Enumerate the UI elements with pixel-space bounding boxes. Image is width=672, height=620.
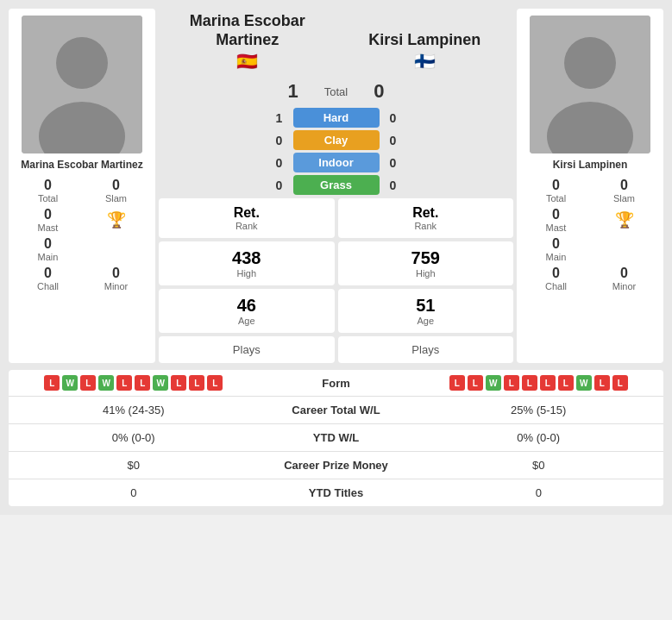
right-player-avatar [530,16,650,153]
left-plays-box: Plays [159,336,335,363]
indoor-button[interactable]: Indoor [293,153,380,172]
form-badge-l: L [449,375,465,391]
right-minor-stat: 0 Minor [592,266,656,291]
form-badge-w: W [153,375,168,391]
left-mast-stat: 0 Mast [16,207,80,233]
bottom-right-1: 0% (0-0) [423,431,656,444]
hard-row: 1 Hard 0 [159,108,513,128]
form-badge-l: L [116,375,132,391]
bottom-stats-rows: 41% (24-35) Career Total W/L 25% (5-15) … [9,397,663,506]
right-player-name: Kirsi Lampinen [553,159,628,171]
left-chall-stat: 0 Chall [16,266,80,291]
left-name-center: Marina Escobar Martinez 🇪🇸 [159,12,336,72]
left-player-card: Marina Escobar Martinez 0 Total 0 Slam 0… [9,9,155,363]
form-badge-l: L [468,375,483,391]
right-age-box: 51 Age [338,289,514,333]
right-main-stat: 0 Main [524,236,588,262]
bottom-label-3: YTD Titles [250,486,423,499]
left-center-stats: Ret. Rank 438 High 46 Age Plays [159,198,335,363]
trophy-icon-left: 🏆 [84,207,148,233]
left-main-stat: 0 Main [16,236,80,262]
left-ret-box: Ret. Rank [159,198,335,238]
score-label: Total [324,85,348,98]
form-badge-l: L [80,375,96,391]
bottom-stat-row-1: 0% (0-0) YTD W/L 0% (0-0) [9,424,663,452]
right-form-badges: LLWLLLLWLL [423,375,656,391]
right-player-stats: 0 Total 0 Slam 0 Mast 🏆 0 Main [524,178,656,291]
bottom-label-0: Career Total W/L [250,404,423,416]
bottom-stat-row-0: 41% (24-35) Career Total W/L 25% (5-15) [9,397,663,424]
bottom-right-0: 25% (5-15) [423,404,656,416]
right-player-card: Kirsi Lampinen 0 Total 0 Slam 0 Mast 🏆 [517,9,663,363]
form-badge-w: W [486,375,501,391]
form-badge-l: L [189,375,204,391]
form-label: Form [250,377,423,390]
top-section: Marina Escobar Martinez 0 Total 0 Slam 0… [9,9,663,363]
hard-button[interactable]: Hard [293,108,380,128]
left-player-name: Marina Escobar Martinez [21,159,142,171]
form-badge-w: W [62,375,78,391]
left-high-box: 438 High [159,241,335,285]
right-ret-box: Ret. Rank [338,198,514,238]
bottom-stat-row-3: 0 YTD Titles 0 [9,479,663,506]
right-center-stats: Ret. Rank 759 High 51 Age Plays [338,198,514,363]
right-chall-stat: 0 Chall [524,266,588,291]
svg-point-4 [564,37,616,89]
left-score: 1 [288,80,298,103]
form-badge-l: L [135,375,150,391]
bottom-left-0: 41% (24-35) [17,404,250,416]
bottom-right-2: $0 [423,459,656,472]
trophy-icon-right: 🏆 [592,207,656,233]
form-badge-l: L [504,375,519,391]
left-player-stats: 0 Total 0 Slam 0 Mast 🏆 0 Main [16,178,148,291]
form-badge-l: L [594,375,610,391]
right-mast-stat: 0 Mast [524,207,588,233]
form-badge-l: L [612,375,628,391]
center-stats-row: Ret. Rank 438 High 46 Age Plays [159,198,513,363]
left-form-badges: LWLWLLWLLL [17,375,250,391]
right-total-stat: 0 Total [524,178,588,204]
main-container: Marina Escobar Martinez 0 Total 0 Slam 0… [0,0,672,515]
svg-point-1 [56,37,108,89]
right-slam-stat: 0 Slam [592,178,656,204]
left-total-stat: 0 Total [16,178,80,204]
grass-button[interactable]: Grass [293,175,380,195]
form-badge-l: L [207,375,223,391]
surfaces-area: 1 Hard 0 0 Clay 0 0 Indoor 0 0 Grass [159,108,513,195]
right-plays-box: Plays [338,336,514,363]
middle-section: Marina Escobar Martinez 🇪🇸 Kirsi Lampine… [159,9,513,363]
grass-row: 0 Grass 0 [159,175,513,195]
form-badge-l: L [44,375,60,391]
form-badge-w: W [98,375,114,391]
clay-button[interactable]: Clay [293,130,380,150]
bottom-left-3: 0 [17,486,250,499]
bottom-label-1: YTD W/L [250,431,423,444]
indoor-row: 0 Indoor 0 [159,153,513,172]
bottom-right-3: 0 [423,486,656,499]
form-badge-l: L [522,375,537,391]
right-name-center: Kirsi Lampinen 🇫🇮 [336,31,514,72]
form-row: LWLWLLWLLL Form LLWLLLLWLL [9,370,663,397]
form-badge-l: L [171,375,186,391]
right-high-box: 759 High [338,241,514,285]
form-badge-w: W [576,375,592,391]
bottom-left-2: $0 [17,459,250,472]
form-badge-l: L [540,375,556,391]
left-slam-stat: 0 Slam [84,178,148,204]
bottom-label-2: Career Prize Money [250,459,423,472]
bottom-section: LWLWLLWLLL Form LLWLLLLWLL 41% (24-35) C… [9,370,663,506]
form-badge-l: L [558,375,574,391]
bottom-left-1: 0% (0-0) [17,431,250,444]
left-age-box: 46 Age [159,289,335,333]
total-score-row: 1 Total 0 [159,78,513,104]
clay-row: 0 Clay 0 [159,130,513,150]
right-score: 0 [374,80,384,103]
left-minor-stat: 0 Minor [84,266,148,291]
bottom-stat-row-2: $0 Career Prize Money $0 [9,452,663,479]
left-player-avatar [22,16,142,153]
